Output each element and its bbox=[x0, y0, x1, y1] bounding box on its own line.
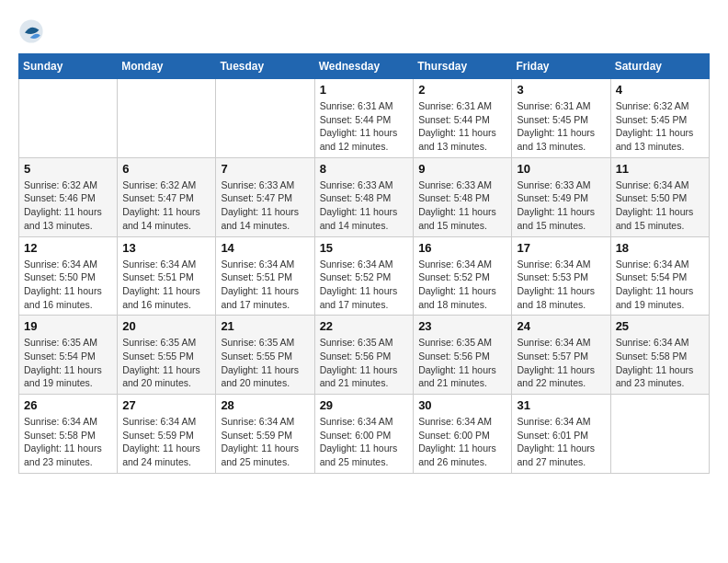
day-info: Sunrise: 6:34 AM Sunset: 5:58 PM Dayligh… bbox=[616, 336, 704, 390]
day-info: Sunrise: 6:34 AM Sunset: 5:59 PM Dayligh… bbox=[221, 415, 309, 469]
day-number: 23 bbox=[418, 319, 506, 333]
calendar-week-4: 19Sunrise: 6:35 AM Sunset: 5:54 PM Dayli… bbox=[19, 316, 710, 395]
calendar-cell: 5Sunrise: 6:32 AM Sunset: 5:46 PM Daylig… bbox=[19, 157, 118, 236]
day-number: 15 bbox=[320, 241, 409, 255]
calendar-cell: 23Sunrise: 6:35 AM Sunset: 5:56 PM Dayli… bbox=[414, 316, 512, 395]
day-number: 20 bbox=[122, 319, 210, 333]
day-number: 5 bbox=[24, 162, 112, 176]
calendar-cell: 28Sunrise: 6:34 AM Sunset: 5:59 PM Dayli… bbox=[216, 395, 314, 474]
day-number: 11 bbox=[616, 162, 704, 176]
calendar-cell: 24Sunrise: 6:34 AM Sunset: 5:57 PM Dayli… bbox=[512, 316, 610, 395]
calendar-cell: 8Sunrise: 6:33 AM Sunset: 5:48 PM Daylig… bbox=[314, 157, 414, 236]
calendar-cell: 21Sunrise: 6:35 AM Sunset: 5:55 PM Dayli… bbox=[216, 316, 314, 395]
calendar-cell bbox=[216, 79, 314, 158]
day-info: Sunrise: 6:33 AM Sunset: 5:47 PM Dayligh… bbox=[221, 178, 309, 233]
day-info: Sunrise: 6:35 AM Sunset: 5:56 PM Dayligh… bbox=[320, 336, 409, 390]
calendar-cell: 16Sunrise: 6:34 AM Sunset: 5:52 PM Dayli… bbox=[414, 236, 512, 316]
day-info: Sunrise: 6:32 AM Sunset: 5:45 PM Dayligh… bbox=[616, 99, 704, 154]
day-number: 28 bbox=[221, 398, 309, 412]
logo-icon bbox=[18, 18, 44, 44]
day-info: Sunrise: 6:34 AM Sunset: 5:51 PM Dayligh… bbox=[122, 258, 210, 312]
calendar-cell: 6Sunrise: 6:32 AM Sunset: 5:47 PM Daylig… bbox=[118, 157, 216, 236]
day-info: Sunrise: 6:34 AM Sunset: 6:00 PM Dayligh… bbox=[320, 415, 409, 469]
calendar-table: SundayMondayTuesdayWednesdayThursdayFrid… bbox=[18, 53, 710, 474]
weekday-header-saturday: Saturday bbox=[610, 54, 709, 79]
day-number: 8 bbox=[320, 162, 409, 176]
day-number: 9 bbox=[418, 162, 506, 176]
day-number: 10 bbox=[517, 162, 605, 176]
day-info: Sunrise: 6:34 AM Sunset: 5:51 PM Dayligh… bbox=[221, 258, 309, 312]
day-info: Sunrise: 6:34 AM Sunset: 5:57 PM Dayligh… bbox=[517, 336, 605, 390]
calendar-cell bbox=[19, 79, 118, 158]
day-info: Sunrise: 6:32 AM Sunset: 5:47 PM Dayligh… bbox=[122, 178, 210, 233]
day-info: Sunrise: 6:35 AM Sunset: 5:55 PM Dayligh… bbox=[221, 336, 309, 390]
day-info: Sunrise: 6:33 AM Sunset: 5:49 PM Dayligh… bbox=[517, 178, 605, 233]
calendar-cell: 22Sunrise: 6:35 AM Sunset: 5:56 PM Dayli… bbox=[314, 316, 414, 395]
calendar-week-5: 26Sunrise: 6:34 AM Sunset: 5:58 PM Dayli… bbox=[19, 395, 710, 474]
weekday-header-friday: Friday bbox=[512, 54, 610, 79]
day-info: Sunrise: 6:35 AM Sunset: 5:54 PM Dayligh… bbox=[24, 336, 112, 390]
calendar-cell: 26Sunrise: 6:34 AM Sunset: 5:58 PM Dayli… bbox=[19, 395, 118, 474]
day-number: 4 bbox=[616, 83, 704, 97]
day-info: Sunrise: 6:34 AM Sunset: 6:00 PM Dayligh… bbox=[418, 415, 506, 469]
day-number: 12 bbox=[24, 241, 112, 255]
day-info: Sunrise: 6:34 AM Sunset: 5:52 PM Dayligh… bbox=[320, 258, 409, 312]
weekday-header-sunday: Sunday bbox=[19, 54, 118, 79]
calendar-cell: 15Sunrise: 6:34 AM Sunset: 5:52 PM Dayli… bbox=[314, 236, 414, 316]
calendar-cell: 3Sunrise: 6:31 AM Sunset: 5:45 PM Daylig… bbox=[512, 79, 610, 158]
day-number: 13 bbox=[122, 241, 210, 255]
day-number: 18 bbox=[616, 241, 704, 255]
day-info: Sunrise: 6:34 AM Sunset: 5:52 PM Dayligh… bbox=[418, 258, 506, 312]
calendar-cell: 29Sunrise: 6:34 AM Sunset: 6:00 PM Dayli… bbox=[314, 395, 414, 474]
calendar-cell: 7Sunrise: 6:33 AM Sunset: 5:47 PM Daylig… bbox=[216, 157, 314, 236]
calendar-cell: 1Sunrise: 6:31 AM Sunset: 5:44 PM Daylig… bbox=[314, 79, 414, 158]
calendar-header-row: SundayMondayTuesdayWednesdayThursdayFrid… bbox=[19, 54, 710, 79]
day-info: Sunrise: 6:34 AM Sunset: 5:53 PM Dayligh… bbox=[517, 258, 605, 312]
day-info: Sunrise: 6:31 AM Sunset: 5:44 PM Dayligh… bbox=[320, 99, 409, 154]
day-number: 14 bbox=[221, 241, 309, 255]
day-info: Sunrise: 6:34 AM Sunset: 5:58 PM Dayligh… bbox=[24, 415, 112, 469]
calendar-cell: 31Sunrise: 6:34 AM Sunset: 6:01 PM Dayli… bbox=[512, 395, 610, 474]
day-info: Sunrise: 6:31 AM Sunset: 5:44 PM Dayligh… bbox=[418, 99, 506, 154]
day-info: Sunrise: 6:34 AM Sunset: 5:59 PM Dayligh… bbox=[122, 415, 210, 469]
calendar-cell: 30Sunrise: 6:34 AM Sunset: 6:00 PM Dayli… bbox=[414, 395, 512, 474]
day-number: 30 bbox=[418, 398, 506, 412]
calendar-cell: 18Sunrise: 6:34 AM Sunset: 5:54 PM Dayli… bbox=[610, 236, 709, 316]
calendar-cell bbox=[610, 395, 709, 474]
calendar-cell: 14Sunrise: 6:34 AM Sunset: 5:51 PM Dayli… bbox=[216, 236, 314, 316]
day-number: 2 bbox=[418, 83, 506, 97]
day-number: 17 bbox=[517, 241, 605, 255]
day-number: 22 bbox=[320, 319, 409, 333]
weekday-header-thursday: Thursday bbox=[414, 54, 512, 79]
calendar-cell: 17Sunrise: 6:34 AM Sunset: 5:53 PM Dayli… bbox=[512, 236, 610, 316]
day-info: Sunrise: 6:31 AM Sunset: 5:45 PM Dayligh… bbox=[517, 99, 605, 154]
calendar-week-1: 1Sunrise: 6:31 AM Sunset: 5:44 PM Daylig… bbox=[19, 79, 710, 158]
day-number: 26 bbox=[24, 398, 112, 412]
day-info: Sunrise: 6:34 AM Sunset: 5:50 PM Dayligh… bbox=[24, 258, 112, 312]
day-number: 7 bbox=[221, 162, 309, 176]
day-number: 24 bbox=[517, 319, 605, 333]
calendar-cell: 27Sunrise: 6:34 AM Sunset: 5:59 PM Dayli… bbox=[118, 395, 216, 474]
calendar-week-2: 5Sunrise: 6:32 AM Sunset: 5:46 PM Daylig… bbox=[19, 157, 710, 236]
day-number: 31 bbox=[517, 398, 605, 412]
day-info: Sunrise: 6:32 AM Sunset: 5:46 PM Dayligh… bbox=[24, 178, 112, 233]
calendar-week-3: 12Sunrise: 6:34 AM Sunset: 5:50 PM Dayli… bbox=[19, 236, 710, 316]
calendar-cell bbox=[118, 79, 216, 158]
calendar-cell: 25Sunrise: 6:34 AM Sunset: 5:58 PM Dayli… bbox=[610, 316, 709, 395]
day-number: 25 bbox=[616, 319, 704, 333]
day-number: 6 bbox=[122, 162, 210, 176]
calendar-cell: 12Sunrise: 6:34 AM Sunset: 5:50 PM Dayli… bbox=[19, 236, 118, 316]
calendar-cell: 2Sunrise: 6:31 AM Sunset: 5:44 PM Daylig… bbox=[414, 79, 512, 158]
day-number: 21 bbox=[221, 319, 309, 333]
day-number: 3 bbox=[517, 83, 605, 97]
page-header bbox=[18, 18, 710, 44]
weekday-header-wednesday: Wednesday bbox=[314, 54, 414, 79]
day-info: Sunrise: 6:34 AM Sunset: 5:54 PM Dayligh… bbox=[616, 258, 704, 312]
day-number: 29 bbox=[320, 398, 409, 412]
weekday-header-monday: Monday bbox=[118, 54, 216, 79]
day-number: 1 bbox=[320, 83, 409, 97]
day-number: 19 bbox=[24, 319, 112, 333]
day-info: Sunrise: 6:33 AM Sunset: 5:48 PM Dayligh… bbox=[320, 178, 409, 233]
calendar-cell: 19Sunrise: 6:35 AM Sunset: 5:54 PM Dayli… bbox=[19, 316, 118, 395]
logo bbox=[18, 18, 48, 44]
